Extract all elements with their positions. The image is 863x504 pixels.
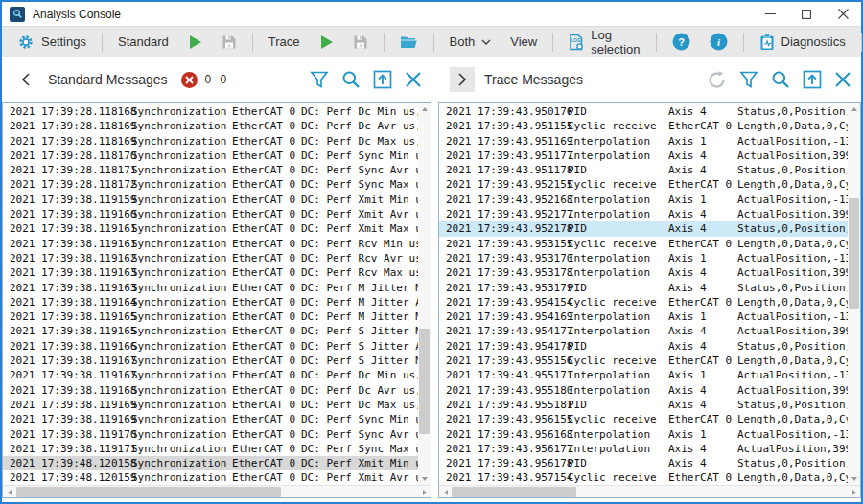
log-row[interactable]: 2021 17:39:43.954154Cyclic receiveEtherC… xyxy=(439,295,848,309)
log-row[interactable]: 2021 17:39:43.953179PIDAxis 4Status,0,Po… xyxy=(439,281,848,295)
log-row[interactable]: 2021 17:39:38.119169SynchronizationEther… xyxy=(3,412,418,426)
pane-splitter[interactable] xyxy=(432,57,438,502)
scroll-down-arrow[interactable] xyxy=(848,472,860,485)
log-row[interactable]: 2021 17:39:38.119161SynchronizationEther… xyxy=(3,237,418,251)
refresh-icon[interactable] xyxy=(707,70,727,90)
trace-save-button[interactable]: A xyxy=(345,31,376,54)
log-row[interactable]: 2021 17:39:43.954177InterpolationAxis 4A… xyxy=(439,324,848,338)
vertical-scroll-thumb[interactable] xyxy=(849,198,859,309)
scroll-left-arrow[interactable] xyxy=(3,486,15,498)
log-row[interactable]: 2021 17:39:43.956177InterpolationAxis 4A… xyxy=(439,442,848,456)
log-row[interactable]: 2021 17:39:28.118171SynchronizationEther… xyxy=(3,163,418,177)
export-window-icon[interactable] xyxy=(803,70,822,89)
horizontal-scroll-thumb[interactable] xyxy=(452,487,576,497)
vertical-scroll-thumb[interactable] xyxy=(419,329,430,434)
horizontal-scroll-thumb[interactable] xyxy=(16,487,281,497)
scroll-up-arrow[interactable] xyxy=(418,103,431,115)
log-row[interactable]: 2021 17:39:43.955171InterpolationAxis 1A… xyxy=(439,368,848,382)
log-row[interactable]: 2021 17:39:43.952168InterpolationAxis 1A… xyxy=(439,193,848,207)
scroll-right-arrow[interactable] xyxy=(418,486,431,498)
export-window-icon[interactable] xyxy=(373,70,392,89)
both-dropdown[interactable]: Both xyxy=(442,31,500,53)
log-row[interactable]: 2021 17:39:43.951177InterpolationAxis 4A… xyxy=(439,149,848,163)
minimize-button[interactable] xyxy=(752,2,788,26)
close-icon[interactable] xyxy=(405,71,422,88)
log-row[interactable]: 2021 17:39:48.120159SynchronizationEther… xyxy=(3,470,418,485)
log-row[interactable]: 2021 17:39:38.119171SynchronizationEther… xyxy=(3,442,418,456)
collapse-left-button[interactable] xyxy=(13,67,38,92)
log-row[interactable]: 2021 17:39:28.118172SynchronizationEther… xyxy=(3,177,418,192)
log-row[interactable]: 2021 17:39:43.954178PIDAxis 4Status,0,Po… xyxy=(439,339,848,354)
log-row[interactable]: 2021 17:39:38.119166SynchronizationEther… xyxy=(3,339,418,354)
log-row[interactable]: 2021 17:39:43.955180InterpolationAxis 4A… xyxy=(439,383,848,398)
log-row[interactable]: 2021 17:39:28.118169SynchronizationEther… xyxy=(3,119,418,133)
trace-run-button[interactable] xyxy=(312,31,341,54)
log-row[interactable]: 2021 17:39:43.951169InterpolationAxis 1A… xyxy=(439,134,848,149)
log-row[interactable]: 2021 17:39:38.119165SynchronizationEther… xyxy=(3,309,418,324)
search-icon[interactable] xyxy=(771,70,790,89)
log-row[interactable]: 2021 17:39:38.119163SynchronizationEther… xyxy=(3,281,418,295)
log-row[interactable]: 2021 17:39:38.119162SynchronizationEther… xyxy=(3,251,418,265)
log-row[interactable]: 2021 17:39:43.952177InterpolationAxis 4A… xyxy=(439,207,848,221)
view-button[interactable]: View xyxy=(502,31,545,53)
log-row[interactable]: 2021 17:39:38.119161SynchronizationEther… xyxy=(3,221,418,236)
log-row[interactable]: 2021 17:39:43.956178PIDAxis 4Status,0,Po… xyxy=(439,456,848,470)
scroll-up-arrow[interactable] xyxy=(848,103,860,115)
maximize-button[interactable] xyxy=(788,2,825,26)
log-row[interactable]: 2021 17:39:38.119159SynchronizationEther… xyxy=(3,193,418,207)
log-row[interactable]: 2021 17:39:43.950176PIDAxis 4Status,0,Po… xyxy=(439,104,848,119)
close-window-button[interactable] xyxy=(825,2,861,26)
log-row[interactable]: 2021 17:39:43.954169InterpolationAxis 1A… xyxy=(439,309,848,324)
log-row[interactable]: 2021 17:39:43.956155Cyclic receiveEtherC… xyxy=(439,412,848,426)
log-row[interactable]: 2021 17:39:38.119167SynchronizationEther… xyxy=(3,368,418,382)
expand-right-button[interactable] xyxy=(450,67,475,92)
log-row[interactable]: 2021 17:39:43.953170InterpolationAxis 1A… xyxy=(439,251,848,265)
log-row[interactable]: 2021 17:39:38.119170SynchronizationEther… xyxy=(3,427,418,442)
log-row[interactable]: 2021 17:39:43.956168InterpolationAxis 1A… xyxy=(439,427,848,442)
log-row[interactable]: 2021 17:39:43.955181PIDAxis 4Status,0,Po… xyxy=(439,398,848,412)
scroll-left-arrow[interactable] xyxy=(439,486,452,498)
log-row[interactable]: 2021 17:39:48.120158SynchronizationEther… xyxy=(3,456,418,470)
settings-button[interactable]: Settings xyxy=(10,30,94,55)
diagnostics-button[interactable]: Diagnostics xyxy=(752,30,853,55)
info-button[interactable]: i xyxy=(702,29,735,55)
log-row[interactable]: 2021 17:39:43.953155Cyclic receiveEtherC… xyxy=(439,237,848,251)
log-message: DC: Perf Dc Avr us, -6 xyxy=(301,119,418,133)
filter-funnel-icon[interactable] xyxy=(310,70,329,89)
log-row[interactable]: 2021 17:39:43.953178InterpolationAxis 4A… xyxy=(439,265,848,280)
scroll-right-arrow[interactable] xyxy=(848,486,860,498)
log-row[interactable]: 2021 17:39:38.119164SynchronizationEther… xyxy=(3,295,418,309)
log-row[interactable]: 2021 17:39:28.118170SynchronizationEther… xyxy=(3,149,418,163)
search-icon[interactable] xyxy=(341,70,361,89)
log-row[interactable]: 2021 17:39:38.119168SynchronizationEther… xyxy=(3,383,418,398)
log-row[interactable]: 2021 17:39:38.119169SynchronizationEther… xyxy=(3,398,418,412)
trace-horizontal-scrollbar[interactable] xyxy=(439,485,860,497)
log-row[interactable]: 2021 17:39:28.118169SynchronizationEther… xyxy=(3,134,418,149)
log-row[interactable]: 2021 17:39:43.951178PIDAxis 4Status,0,Po… xyxy=(439,163,848,177)
filter-funnel-icon[interactable] xyxy=(739,70,758,89)
log-row[interactable]: 2021 17:39:43.952178PIDAxis 4Status,0,Po… xyxy=(439,221,848,236)
standard-run-button[interactable] xyxy=(180,31,210,54)
log-row[interactable]: 2021 17:39:28.118168SynchronizationEther… xyxy=(3,104,418,119)
standard-vertical-scrollbar[interactable] xyxy=(418,103,431,485)
log-row[interactable]: 2021 17:39:43.952155Cyclic receiveEtherC… xyxy=(439,177,848,192)
log-row[interactable]: 2021 17:39:43.951155Cyclic receiveEtherC… xyxy=(439,119,848,133)
log-row[interactable]: 2021 17:39:38.119165SynchronizationEther… xyxy=(3,324,418,338)
help-button[interactable]: ? xyxy=(665,29,698,55)
standard-save-button[interactable]: A xyxy=(214,31,245,54)
open-folder-button[interactable] xyxy=(392,31,426,53)
log-message: DC: Perf Xmit Max us, xyxy=(301,221,418,236)
scroll-down-arrow[interactable] xyxy=(418,472,431,485)
log-row[interactable]: 2021 17:39:38.119160SynchronizationEther… xyxy=(3,207,418,221)
log-selection-button[interactable]: LOG Log selection xyxy=(561,24,647,60)
log-row[interactable]: 2021 17:39:43.957154Cyclic receiveEtherC… xyxy=(439,470,848,485)
log-message: DC: Perf S Jitter Min xyxy=(301,324,418,338)
log-row[interactable]: 2021 17:39:38.119167SynchronizationEther… xyxy=(3,354,418,368)
trace-vertical-scrollbar[interactable] xyxy=(848,103,860,485)
standard-horizontal-scrollbar[interactable] xyxy=(3,485,431,497)
log-row[interactable]: 2021 17:39:38.119163SynchronizationEther… xyxy=(3,265,418,280)
log-timestamp: 2021 17:39:28.118170 xyxy=(10,149,131,163)
close-icon[interactable] xyxy=(834,71,851,88)
log-row[interactable]: 2021 17:39:43.955156Cyclic receiveEtherC… xyxy=(439,354,848,368)
log-source: Cyclic receive xyxy=(568,237,668,251)
